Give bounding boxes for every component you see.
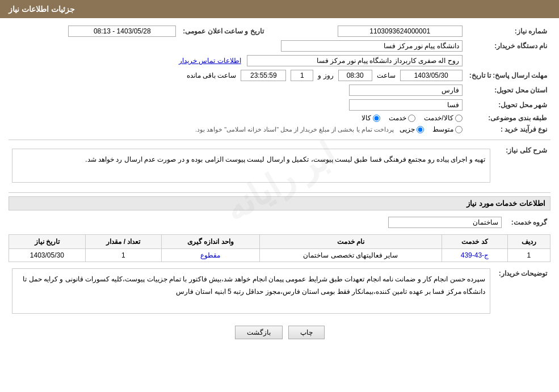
form-row-shomara: شماره نیاز: 1103093624000001 تاریخ و ساع… — [9, 24, 550, 39]
tabaqe-value: کالا/خدمت خدمت کالا — [9, 112, 466, 124]
cell-vahed: مقطوع — [162, 249, 259, 262]
cell-tarikh: 1403/05/30 — [9, 249, 86, 262]
dastgah-input[interactable]: دانشگاه پیام نور مرکز فسا — [281, 40, 463, 52]
sharh-box: تهیه و اجرای پیاده رو مجتمع فرهنگی فسا ط… — [12, 149, 490, 183]
dastgah-label: نام دستگاه خریدار: — [466, 39, 550, 53]
tabaqe-radio-group: کالا/خدمت خدمت کالا — [12, 114, 463, 122]
print-button[interactable]: چاپ — [288, 326, 325, 339]
form-row-ijah: روح اله صفری کاربرداز دانشگاه پیام نور م… — [9, 53, 550, 68]
notes-label: توضیحات خریدار: — [494, 267, 550, 320]
col-name: نام خدمت — [259, 235, 442, 249]
ijah-label — [466, 53, 550, 68]
radio-jozii-label: جزیی — [400, 125, 415, 133]
page-header: جزئیات اطلاعات نیاز — [0, 0, 559, 18]
table-header-row: ردیف کد خدمت نام خدمت واحد اندازه گیری ت… — [9, 235, 550, 249]
noe-radio-group: متوسط جزیی — [400, 125, 463, 133]
cell-tedad: 1 — [85, 249, 162, 262]
shahr-label: شهر محل تحویل: — [466, 98, 550, 112]
page-title: جزئیات اطلاعات نیاز — [9, 5, 75, 14]
shomara-label: شماره نیاز: — [466, 24, 550, 39]
tarikh-announce-input[interactable]: 1403/05/28 - 08:13 — [68, 26, 176, 37]
form-row-mohlat: مهلت ارسال پاسخ: تا تاریخ: 1403/05/30 سا… — [9, 68, 550, 83]
form-row-ostan: استان محل تحویل: فارس — [9, 83, 550, 98]
shomara-input[interactable]: 1103093624000001 — [338, 26, 463, 37]
table-row: 1ج-43-439سایر فعالیتهای تخصصی ساختمانمقط… — [9, 249, 550, 262]
baqi-label-static: ساعت باقی مانده — [187, 71, 237, 79]
cell-kod: ج-43-439 — [442, 249, 507, 262]
sharh-table: شرح کلی نیاز: تهیه و اجرای پیاده رو مجتم… — [9, 144, 550, 188]
radio-khadamat-input[interactable] — [408, 115, 415, 122]
form-row-dastgah: نام دستگاه خریدار: دانشگاه پیام نور مرکز… — [9, 39, 550, 53]
ijah-input[interactable]: روح اله صفری کاربرداز دانشگاه پیام نور م… — [247, 55, 463, 66]
noe-value: متوسط جزیی پرداخت تمام یا بخشی از مبلغ خ… — [9, 124, 466, 135]
sharh-content: تهیه و اجرای پیاده رو مجتمع فرهنگی فسا ط… — [9, 144, 494, 188]
ostan-value: فارس — [9, 83, 466, 98]
radio-khadamat-label: خدمت — [389, 114, 406, 122]
radio-kala[interactable]: کالا — [362, 114, 380, 122]
tarikh-pasokh-input[interactable]: 1403/05/30 — [400, 70, 463, 81]
services-table: ردیف کد خدمت نام خدمت واحد اندازه گیری ت… — [9, 234, 550, 262]
form-row-grooh: گروه خدمت: ساختمان — [9, 215, 550, 230]
services-title: اطلاعات خدمات مورد نیاز — [9, 196, 550, 210]
grooh-value: ساختمان — [9, 215, 505, 230]
radio-kala-khadamat-input[interactable] — [455, 115, 463, 122]
tarikh-announce-value: 1403/05/28 - 08:13 — [9, 24, 179, 39]
notes-table: توضیحات خریدار: سپرده حسن انجام کار و ضم… — [9, 267, 550, 320]
grooh-input[interactable]: ساختمان — [388, 217, 502, 228]
grooh-table: گروه خدمت: ساختمان — [9, 215, 550, 230]
ostan-input[interactable]: فارس — [349, 85, 463, 96]
radio-jozii[interactable]: جزیی — [400, 125, 424, 133]
notes-box: سپرده حسن انجام کار و ضمانت نامه انجام ت… — [12, 268, 490, 314]
cell-name: سایر فعالیتهای تخصصی ساختمان — [259, 249, 442, 262]
radio-kala-khadamat[interactable]: کالا/خدمت — [424, 114, 462, 122]
radio-khadamat[interactable]: خدمت — [389, 114, 415, 122]
radio-kala-khadamat-label: کالا/خدمت — [424, 114, 453, 122]
details-form: شماره نیاز: 1103093624000001 تاریخ و ساع… — [9, 24, 550, 135]
services-table-head: ردیف کد خدمت نام خدمت واحد اندازه گیری ت… — [9, 235, 550, 249]
saat-label-static: ساعت — [377, 71, 396, 79]
col-tarikh: تاریخ نیاز — [9, 235, 86, 249]
saat-pasokh-input[interactable]: 08:30 — [338, 70, 372, 81]
noe-description: پرداخت تمام یا بخشی از مبلغ خریدار از مح… — [195, 126, 394, 133]
main-content: ابر رایانه شماره نیاز: 1103093624000001 … — [0, 18, 559, 345]
noe-label: نوع فرآیند خرید : — [466, 124, 550, 135]
notes-content: سپرده حسن انجام کار و ضمانت نامه انجام ت… — [9, 267, 494, 320]
ijah-link[interactable]: اطلاعات تماس خریدار — [179, 57, 241, 65]
col-kod: کد خدمت — [442, 235, 507, 249]
mohlat-value: 1403/05/30 ساعت 08:30 روز و 1 23:55:59 س… — [9, 68, 466, 83]
dastgah-value: دانشگاه پیام نور مرکز فسا — [9, 39, 466, 53]
shahr-input[interactable]: فسا — [349, 99, 463, 111]
divider-2 — [9, 192, 550, 193]
form-row-sharh: شرح کلی نیاز: تهیه و اجرای پیاده رو مجتم… — [9, 144, 550, 188]
radio-kala-input[interactable] — [373, 115, 380, 122]
radio-motevaset-label: متوسط — [432, 125, 453, 133]
form-row-tabaqe: طبقه بندی موضوعی: کالا/خدمت خدمت — [9, 112, 550, 124]
rooz-pasokh-input[interactable]: 1 — [291, 70, 313, 81]
col-tedad: تعداد / مقدار — [85, 235, 162, 249]
services-table-body: 1ج-43-439سایر فعالیتهای تخصصی ساختمانمقط… — [9, 249, 550, 262]
radio-motevaset-input[interactable] — [455, 126, 463, 133]
rooz-label-static: روز و — [318, 71, 333, 79]
divider-1 — [9, 140, 550, 140]
page-wrapper: جزئیات اطلاعات نیاز ابر رایانه شماره نیا… — [0, 0, 559, 392]
col-radif: ردیف — [507, 235, 550, 249]
form-row-noe: نوع فرآیند خرید : متوسط جزیی — [9, 124, 550, 135]
mohlat-label: مهلت ارسال پاسخ: تا تاریخ: — [466, 68, 550, 83]
col-vahed: واحد اندازه گیری — [162, 235, 259, 249]
sharh-label: شرح کلی نیاز: — [494, 144, 550, 188]
saat-baqi-input[interactable]: 23:55:59 — [241, 70, 286, 81]
ijah-value: روح اله صفری کاربرداز دانشگاه پیام نور م… — [9, 53, 466, 68]
button-row: چاپ بازگشت — [9, 326, 550, 339]
back-button[interactable]: بازگشت — [235, 326, 283, 339]
shomara-value: 1103093624000001 — [270, 24, 466, 39]
cell-radif: 1 — [507, 249, 550, 262]
radio-jozii-input[interactable] — [417, 126, 424, 133]
grooh-label: گروه خدمت: — [505, 215, 550, 230]
radio-kala-label: کالا — [362, 114, 371, 122]
radio-motevaset[interactable]: متوسط — [432, 125, 463, 133]
shahr-value: فسا — [9, 98, 466, 112]
tabaqe-label: طبقه بندی موضوعی: — [466, 112, 550, 124]
form-row-shahr: شهر محل تحویل: فسا — [9, 98, 550, 112]
tarikh-announce-label: تاریخ و ساعت اعلان عمومی: — [179, 24, 269, 39]
ostan-label: استان محل تحویل: — [466, 83, 550, 98]
